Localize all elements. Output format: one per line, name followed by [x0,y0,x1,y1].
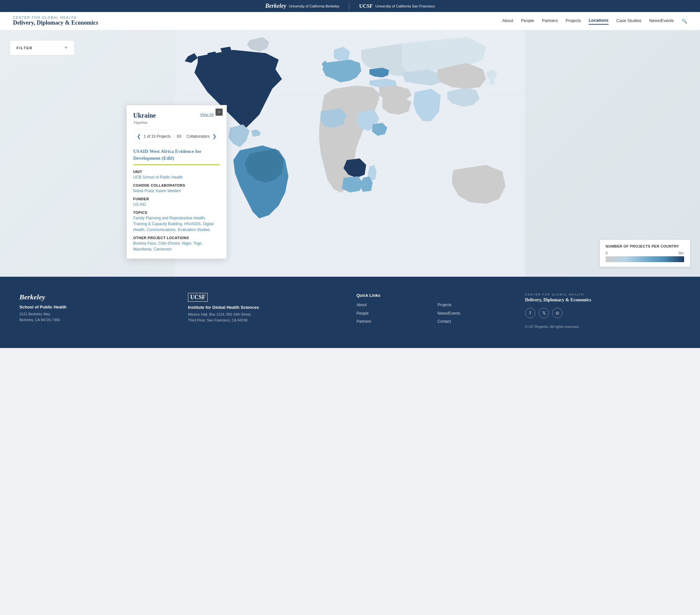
footer-ucsf-col: UCSF Institute for Global Health Science… [188,293,343,329]
nav-about[interactable]: About [502,18,513,24]
site-logo: CENTER FOR GLOBAL HEALTH Delivery, Diplo… [13,16,98,26]
footer-links-grid: AboutProjectsPeopleNews/EventsPartnersCo… [357,302,512,325]
world-map[interactable] [0,30,700,277]
site-header: CENTER FOR GLOBAL HEALTH Delivery, Diplo… [0,12,700,30]
legend-title: NUMBER OF PROJECTS PER COUNTRY [606,244,684,248]
popup-field-value[interactable]: Family Planning and Reproductive Health,… [133,215,220,233]
popup-country-subtitle: Україна [133,120,220,125]
footer-link-news-events[interactable]: News/Events [438,310,512,317]
site-footer: Berkeley School of Public Health 2121 Be… [0,277,700,348]
nav-partners[interactable]: Partners [542,18,558,24]
popup-field-label: TOPICS [133,211,220,214]
footer-brand-name: Delivery, Diplomacy & Economics [525,298,680,303]
facebook-icon[interactable]: f [525,308,535,318]
footer-link-partners[interactable]: Partners [357,318,431,325]
footer-berkeley-logo: Berkeley [20,293,175,301]
map-section: FILTER + × Ukraine Україна View All ❮ 1 … [0,30,700,277]
footer-berkeley-address: 2121 Berkeley Way Berkeley, CA 94720-736… [20,311,175,323]
popup-next-arrow[interactable]: ❯ [212,133,216,139]
twitter-icon[interactable]: 𝕏 [539,308,549,318]
footer-social-links: f𝕏⊙ [525,308,680,318]
footer-quicklinks-title: Quick Links [357,293,512,298]
logo-top: CENTER FOR GLOBAL HEALTH [13,16,98,20]
popup-view-all-link[interactable]: View All [200,112,214,117]
footer-ucsf-logo: UCSF [188,293,208,302]
popup-field-label: UNIT [133,170,220,174]
uni-divider [349,3,349,9]
ucsf-item: UCSF University of California San Franci… [359,3,435,9]
popup-field-value[interactable]: Burkina Faso, Côte d'Ivoire, Niger, Togo… [133,240,220,252]
filter-plus-icon: + [64,45,68,51]
footer-link-contact[interactable]: Contact [438,318,512,325]
country-popup: × Ukraine Україна View All ❮ 1 of 33 Pro… [126,105,227,259]
nav-case-studies[interactable]: Case Studies [616,18,641,24]
popup-collaborator-count: 63 [177,134,181,139]
footer-berkeley-inst: School of Public Health [20,304,175,310]
nav-people[interactable]: People [521,18,534,24]
legend-gradient [606,256,684,262]
nav-locations[interactable]: Locations [588,18,608,25]
footer-ucsf-address: Mission Hall, Box 1224, 550 16th Street,… [188,312,343,323]
logo-bottom: Delivery, Diplomacy & Economics [13,20,98,26]
footer-berkeley-col: Berkeley School of Public Health 2121 Be… [20,293,175,329]
legend-box: NUMBER OF PROJECTS PER COUNTRY 0 50+ [600,239,690,267]
popup-yellow-divider [133,164,220,165]
popup-field-label: OTHER PROJECT LOCATIONS [133,236,220,240]
popup-field-value[interactable]: US AID [133,202,220,208]
berkeley-item: Berkeley University of California Berkel… [265,3,339,9]
footer-brand-col: CENTER FOR GLOBAL HEALTH Delivery, Diplo… [525,293,680,329]
legend-min: 0 [606,251,608,255]
footer-link-people[interactable]: People [357,310,431,317]
nav-news-events[interactable]: News/Events [649,18,674,24]
ucsf-name: University of California San Francisco [375,4,435,8]
popup-field-label: CGHDDE COLLABORATORS [133,184,220,187]
search-icon[interactable]: 🔍 [682,18,687,24]
popup-field-value[interactable]: Ndola Prata, Karen Weidert [133,188,220,194]
instagram-icon[interactable]: ⊙ [552,308,563,318]
popup-field-value[interactable]: UCB School of Public Health [133,174,220,180]
popup-field-label: FUNDER [133,197,220,201]
filter-label: FILTER [16,46,33,50]
popup-fields: UNITUCB School of Public HealthCGHDDE CO… [133,170,220,252]
footer-copyright: © UC Regents. All rights reserved. [525,325,680,329]
popup-project-title[interactable]: USAID West Africa Evidence for Developme… [133,148,220,162]
nav-projects[interactable]: Projects [565,18,581,24]
legend-max: 50+ [679,251,684,255]
ucsf-logo: UCSF [359,3,373,9]
footer-quicklinks-col: Quick Links AboutProjectsPeopleNews/Even… [357,293,512,329]
footer-grid: Berkeley School of Public Health 2121 Be… [20,293,680,329]
footer-link-about[interactable]: About [357,302,431,309]
footer-link-projects[interactable]: Projects [438,302,512,309]
popup-nav-row: ❮ 1 of 33 Projects | 63 Collaborators ❯ [133,130,220,143]
legend-scale-labels: 0 50+ [606,251,684,255]
popup-prev-arrow[interactable]: ❮ [137,133,141,139]
university-bar: Berkeley University of California Berkel… [0,0,700,12]
popup-project-counter: 1 of 33 Projects [143,134,171,139]
popup-divider: | [173,134,174,139]
main-nav: About People Partners Projects Locations… [502,18,687,25]
filter-box[interactable]: FILTER + [10,40,75,55]
footer-brand-top: CENTER FOR GLOBAL HEALTH [525,293,680,296]
berkeley-name: University of California Berkeley [289,4,339,8]
berkeley-logo: Berkeley [265,3,286,9]
popup-close-button[interactable]: × [215,109,223,116]
footer-ucsf-inst: Institute for Global Health Sciences [188,305,343,310]
